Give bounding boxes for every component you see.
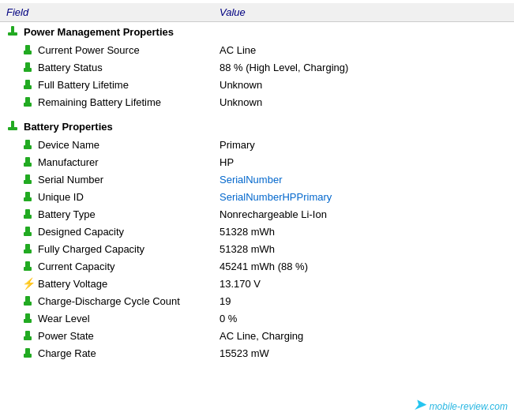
- table-row: Power StateAC Line, Charging: [0, 327, 514, 344]
- table-row: ⚡Battery Voltage13.170 V: [0, 275, 514, 292]
- svg-rect-3: [8, 127, 17, 130]
- field-label: Designed Capacity: [38, 226, 124, 238]
- green-battery-icon: [22, 208, 33, 219]
- value-cell: SerialNumberHPPrimary: [219, 191, 508, 203]
- table-row: Wear Level0 %: [0, 309, 514, 327]
- watermark-text: mobile-review.com: [430, 401, 508, 412]
- table-row: ManufacturerHP: [0, 153, 514, 171]
- field-label: Device Name: [38, 139, 99, 151]
- table-row: Battery TypeNonrechargeable Li-Ion: [0, 205, 514, 223]
- watermark: ➤ mobile-review.com: [413, 395, 508, 414]
- value-cell: 0 %: [219, 313, 508, 324]
- value-cell: 13.170 V: [219, 278, 508, 290]
- green-battery-icon: [22, 243, 33, 254]
- green-battery-icon: [22, 347, 33, 358]
- value-cell: AC Line: [219, 44, 508, 56]
- table-row: Current Capacity45241 mWh (88 %): [0, 257, 514, 275]
- value-cell: Unknown: [219, 79, 508, 91]
- table-row: Serial NumberSerialNumber: [0, 171, 514, 188]
- field-label: Full Battery Lifetime: [38, 79, 129, 91]
- group-label-1: Battery Properties: [24, 121, 113, 133]
- value-cell: 51328 mWh: [219, 226, 508, 238]
- field-label: Serial Number: [38, 174, 103, 186]
- table-row: Unique IDSerialNumberHPPrimary: [0, 188, 514, 205]
- watermark-arrow-icon: ➤: [413, 395, 426, 414]
- value-cell: 88 % (High Level, Charging): [219, 62, 508, 73]
- green-battery-icon: [22, 295, 33, 306]
- green-battery-icon: [22, 62, 33, 73]
- value-cell: 51328 mWh: [219, 243, 508, 255]
- field-label: Manufacturer: [38, 156, 99, 168]
- field-label: Battery Status: [38, 62, 103, 73]
- value-cell: HP: [219, 156, 508, 168]
- table-row: Full Battery LifetimeUnknown: [0, 76, 514, 93]
- main-container: Field Value Power Management PropertiesC…: [0, 0, 514, 365]
- green-battery-icon: [22, 44, 33, 55]
- green-battery-icon: [22, 139, 33, 150]
- field-label: Charge Rate: [38, 347, 96, 359]
- group-label-0: Power Management Properties: [24, 26, 174, 38]
- table-row: Charge-Discharge Cycle Count19: [0, 292, 514, 309]
- field-label: Current Capacity: [38, 261, 115, 272]
- green-battery-icon: [22, 226, 33, 237]
- group-1: Battery Properties: [0, 117, 514, 136]
- table-row: Device NamePrimary: [0, 136, 514, 153]
- field-label: Charge-Discharge Cycle Count: [38, 295, 180, 307]
- table-row: Current Power SourceAC Line: [0, 41, 514, 58]
- value-cell: Nonrechargeable Li-Ion: [219, 208, 508, 220]
- green-battery-icon: [22, 313, 33, 324]
- green-battery-icon: [22, 156, 33, 167]
- field-label: Battery Type: [38, 208, 96, 220]
- field-label: Fully Charged Capacity: [38, 243, 144, 255]
- table-header: Field Value: [0, 3, 514, 22]
- field-label: Current Power Source: [38, 44, 140, 56]
- group-icon-1: [6, 120, 19, 133]
- green-battery-icon: [22, 330, 33, 341]
- value-cell: AC Line, Charging: [219, 330, 508, 342]
- lightning-icon: ⚡: [22, 278, 33, 289]
- table-row: Remaining Battery LifetimeUnknown: [0, 93, 514, 111]
- field-label: Unique ID: [38, 191, 84, 203]
- value-cell: 45241 mWh (88 %): [219, 261, 508, 272]
- table-row: Battery Status88 % (High Level, Charging…: [0, 58, 514, 76]
- section-spacer: [0, 111, 514, 117]
- green-battery-icon: [22, 174, 33, 185]
- value-cell: Unknown: [219, 96, 508, 108]
- table-row: Designed Capacity51328 mWh: [0, 223, 514, 240]
- green-battery-icon: [22, 261, 33, 272]
- field-header: Field: [6, 6, 219, 18]
- table-row: Charge Rate15523 mW: [0, 344, 514, 362]
- group-0: Power Management Properties: [0, 22, 514, 41]
- svg-rect-1: [8, 32, 17, 36]
- table-row: Fully Charged Capacity51328 mWh: [0, 240, 514, 257]
- green-battery-icon: [22, 191, 33, 202]
- field-label: Power State: [38, 330, 94, 342]
- group-icon-0: [6, 25, 19, 38]
- field-label: Wear Level: [38, 313, 90, 324]
- groups-container: Power Management PropertiesCurrent Power…: [0, 22, 514, 362]
- value-cell: 19: [219, 295, 508, 307]
- value-cell: SerialNumber: [219, 174, 508, 186]
- value-cell: 15523 mW: [219, 347, 508, 359]
- value-cell: Primary: [219, 139, 508, 151]
- green-battery-icon: [22, 96, 33, 107]
- field-label: Remaining Battery Lifetime: [38, 96, 161, 108]
- green-battery-icon: [22, 79, 33, 90]
- field-label: Battery Voltage: [38, 278, 107, 290]
- value-header: Value: [219, 6, 508, 18]
